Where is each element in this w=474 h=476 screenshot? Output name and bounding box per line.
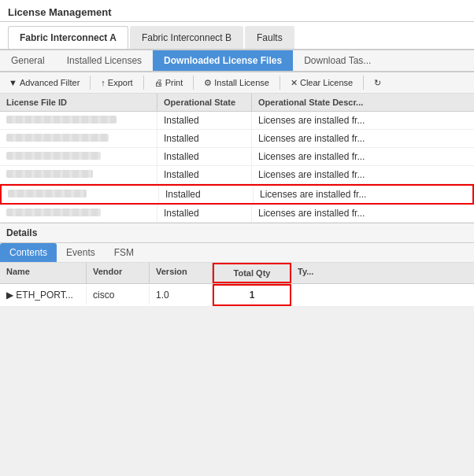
refresh-icon: ↻	[374, 78, 381, 88]
table-row-selected[interactable]: Installed Licenses are installed fr...	[0, 184, 474, 205]
table-row[interactable]: Installed Licenses are installed fr...	[0, 148, 474, 166]
print-icon: 🖨	[154, 78, 163, 87]
tab-downloaded[interactable]: Downloaded License Files	[153, 50, 293, 71]
tab-download-task[interactable]: Download Tas...	[293, 50, 382, 71]
table-row[interactable]: Installed Licenses are installed fr...	[0, 130, 474, 148]
toolbar: ▼ Advanced Filter ↑ Export 🖨 Print ⚙ Ins…	[0, 72, 474, 94]
d-col-header-name: Name	[0, 263, 87, 283]
export-icon: ↑	[101, 78, 106, 87]
tab-general[interactable]: General	[0, 50, 56, 71]
d-col-header-type: Ty...	[291, 263, 474, 283]
col-header-state: Operational State	[157, 94, 252, 111]
separator-3	[193, 76, 194, 90]
separator-4	[280, 76, 280, 90]
details-title: Details	[0, 223, 474, 243]
filter-icon: ▼	[9, 78, 17, 87]
clear-license-button[interactable]: ✕ Clear License	[287, 76, 357, 90]
top-tab-bar: Fabric Interconnect A Fabric Interconnec…	[0, 22, 474, 50]
d-col-header-totalqty: Total Qty	[213, 263, 291, 283]
advanced-filter-button[interactable]: ▼ Advanced Filter	[5, 76, 83, 89]
detail-table-header: Name Vendor Version Total Qty Ty...	[0, 263, 474, 284]
table-row[interactable]: Installed Licenses are installed fr...	[0, 112, 474, 130]
tab-fi-a[interactable]: Fabric Interconnect A	[8, 26, 128, 49]
col-header-desc: Operational State Descr...	[252, 94, 474, 111]
details-tab-contents[interactable]: Contents	[0, 243, 57, 262]
tab-installed[interactable]: Installed Licenses	[56, 50, 153, 71]
second-tab-bar: General Installed Licenses Downloaded Li…	[0, 50, 474, 72]
d-col-header-version: Version	[150, 263, 213, 283]
separator-5	[363, 76, 364, 90]
table-row[interactable]: Installed Licenses are installed fr...	[0, 205, 474, 223]
details-tab-bar: Contents Events FSM	[0, 243, 474, 263]
table-row[interactable]: Installed Licenses are installed fr...	[0, 166, 474, 184]
details-tab-events[interactable]: Events	[57, 243, 105, 262]
col-header-id: License File ID	[0, 94, 157, 111]
table-header-row: License File ID Operational State Operat…	[0, 94, 474, 112]
print-button[interactable]: 🖨 Print	[150, 76, 187, 89]
page-title: License Management	[0, 0, 474, 22]
export-button[interactable]: ↑ Export	[97, 76, 136, 89]
d-col-header-vendor: Vendor	[87, 263, 150, 283]
install-icon: ⚙	[204, 78, 212, 88]
separator-2	[143, 76, 144, 90]
details-tab-fsm[interactable]: FSM	[105, 243, 143, 262]
detail-row[interactable]: ▶ ETH_PORT... cisco 1.0 1	[0, 284, 474, 307]
details-section: Details Contents Events FSM Name Vendor …	[0, 223, 474, 307]
separator-1	[90, 76, 91, 90]
refresh-button[interactable]: ↻	[370, 76, 385, 90]
tab-fi-b[interactable]: Fabric Interconnect B	[130, 26, 243, 49]
tab-faults[interactable]: Faults	[245, 26, 294, 49]
main-table-area: 🔧💬 TOSS Technical One Stop Solution Lice…	[0, 94, 474, 223]
clear-icon: ✕	[291, 78, 298, 88]
install-license-button[interactable]: ⚙ Install License	[200, 76, 273, 90]
